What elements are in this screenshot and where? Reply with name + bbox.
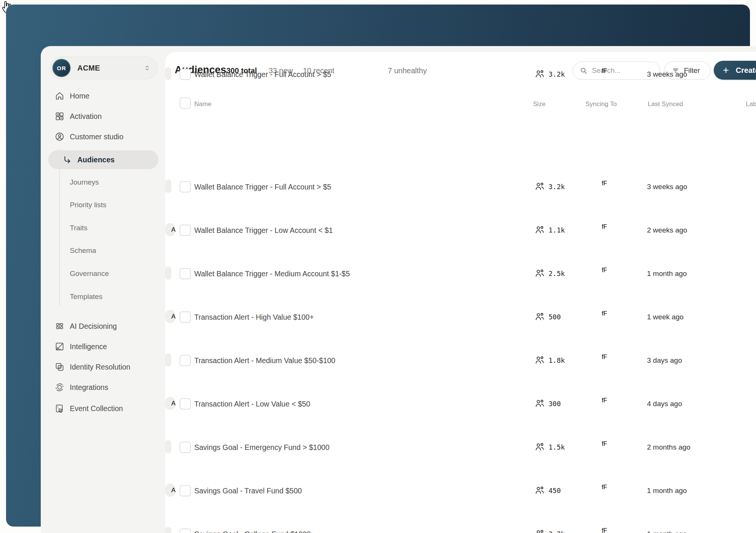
row-checkbox[interactable] <box>180 485 191 496</box>
app-root: OR ACME Home Activation Customer studio … <box>0 0 756 533</box>
audience-name[interactable]: Wallet Balance Trigger - Full Account > … <box>194 70 331 79</box>
audience-name[interactable]: Transaction Alert - Medium Value $50-$10… <box>194 356 335 365</box>
f-logo-icon: F <box>603 354 607 360</box>
last-synced: 3 days ago <box>647 356 682 365</box>
sidebar-item-event-collection[interactable]: Event Collection <box>41 398 165 419</box>
table-row[interactable]: Wallet Balance Trigger - Medium Account … <box>165 251 756 295</box>
sidebar-item-templates[interactable]: Templates <box>41 288 165 305</box>
audience-size: 3.2k <box>549 183 565 191</box>
row-checkbox[interactable] <box>180 181 191 193</box>
arrow-branch-icon <box>63 155 72 164</box>
label-badge <box>165 180 171 193</box>
syncing-icons: f F salesforce <box>602 180 607 187</box>
last-synced: 1 week ago <box>647 313 684 321</box>
f-logo-icon: F <box>603 223 607 230</box>
f-logo-icon: F <box>603 180 607 187</box>
table-row[interactable]: Wallet Balance Trigger - Full Account > … <box>165 165 756 208</box>
select-all-checkbox[interactable] <box>180 97 191 109</box>
sidebar-item-governance[interactable]: Governance <box>41 265 165 282</box>
col-last-synced: Last Synced <box>648 100 683 108</box>
col-name: Name <box>194 100 211 108</box>
audience-size: 500 <box>549 313 561 321</box>
f-logo-icon: F <box>603 68 607 74</box>
audience-size: 2.5k <box>549 270 565 277</box>
row-checkbox[interactable] <box>180 528 191 533</box>
f-logo-icon: F <box>603 397 607 404</box>
audience-name[interactable]: Savings Goal - Travel Fund $500 <box>194 487 302 495</box>
sidebar-item-traits[interactable]: Traits <box>41 220 165 236</box>
table-row[interactable]: Savings Goal - College Fund $1000 3.2k f… <box>165 512 756 533</box>
audience-name[interactable]: Transaction Alert - High Value $100+ <box>194 313 314 322</box>
col-labels: Labels <box>746 100 756 108</box>
audience-size: 1.8k <box>549 356 565 364</box>
audience-name[interactable]: Wallet Balance Trigger - Low Account < $… <box>194 226 333 235</box>
f-logo-icon: F <box>603 267 607 274</box>
sidebar-item-ai-decisioning[interactable]: AI Decisioning <box>41 316 165 336</box>
syncing-icons: f F salesforce <box>602 267 607 274</box>
table-row[interactable]: Savings Goal - Travel Fund $500 450 f F … <box>165 468 756 512</box>
audience-name[interactable]: Savings Goal - Emergency Fund > $1000 <box>194 443 329 452</box>
last-synced: 3 weeks ago <box>647 183 687 191</box>
table-row[interactable]: Transaction Alert - Low Value < $50 300 … <box>165 382 756 425</box>
sidebar-item-identity-resolution[interactable]: Identity Resolution <box>41 357 165 377</box>
audience-size: 1.5k <box>549 443 565 451</box>
row-checkbox[interactable] <box>180 311 191 323</box>
users-icon <box>535 181 545 192</box>
sidebar-item-activation[interactable]: Activation <box>41 106 165 126</box>
syncing-icons: f F salesforce <box>602 441 607 447</box>
f-logo-icon: F <box>603 441 607 447</box>
chevron-updown-icon <box>143 64 151 72</box>
row-checkbox[interactable] <box>180 442 191 453</box>
audience-name[interactable]: Savings Goal - College Fund $1000 <box>194 530 311 533</box>
col-size: Size <box>533 100 545 108</box>
table-row[interactable]: Savings Goal - Emergency Fund > $1000 1.… <box>165 425 756 468</box>
table-row[interactable]: Transaction Alert - Medium Value $50-$10… <box>165 338 756 382</box>
last-synced: 1 month ago <box>647 270 687 278</box>
customer-studio-icon <box>55 132 65 142</box>
label-badge <box>165 266 171 280</box>
syncing-icons: f F salesforce <box>602 484 607 491</box>
sidebar-item-schema[interactable]: Schema <box>41 242 165 259</box>
sidebar-item-integrations[interactable]: Integrations <box>41 377 165 397</box>
sidebar-item-home[interactable]: Home <box>41 86 165 106</box>
audience-size: 3.2k <box>549 530 565 533</box>
users-icon <box>535 355 545 365</box>
label-badge <box>165 527 171 533</box>
last-synced: 3 weeks ago <box>647 70 687 79</box>
sidebar-item-intelligence[interactable]: Intelligence <box>41 336 165 357</box>
label-badge <box>165 440 171 453</box>
org-name: ACME <box>77 64 143 72</box>
sidebar-item-journeys[interactable]: Journeys <box>41 174 165 191</box>
last-synced: 1 month ago <box>647 487 687 495</box>
label-badge <box>165 353 171 367</box>
sidebar-item-priority-lists[interactable]: Priority lists <box>41 197 165 213</box>
users-icon <box>535 528 545 533</box>
last-synced: 4 days ago <box>647 400 682 408</box>
users-icon <box>535 69 545 79</box>
atom-icon <box>55 321 65 331</box>
table-row[interactable]: Wallet Balance Trigger - Full Account > … <box>165 52 756 96</box>
row-checkbox[interactable] <box>180 268 191 279</box>
syncing-icons: f F salesforce <box>602 397 607 404</box>
label-badge: A <box>165 484 175 497</box>
users-icon <box>535 398 545 409</box>
audience-name[interactable]: Transaction Alert - Low Value < $50 <box>194 400 310 408</box>
users-icon <box>535 442 545 452</box>
sidebar: OR ACME Home Activation Customer studio … <box>41 46 165 533</box>
row-checkbox[interactable] <box>180 69 191 80</box>
sidebar-item-customer-studio[interactable]: Customer studio <box>41 126 165 147</box>
org-switcher[interactable]: OR ACME <box>50 57 157 79</box>
sidebar-item-audiences[interactable]: Audiences <box>48 150 158 169</box>
row-checkbox[interactable] <box>180 225 191 236</box>
row-checkbox[interactable] <box>180 355 191 366</box>
row-checkbox[interactable] <box>180 398 191 410</box>
chart-hatch-icon <box>55 342 65 351</box>
f-logo-icon: F <box>603 527 607 533</box>
col-syncing-to: Syncing To <box>585 100 617 108</box>
table-row[interactable]: Transaction Alert - High Value $100+ 500… <box>165 295 756 338</box>
table-row[interactable]: Wallet Balance Trigger - Low Account < $… <box>165 208 756 251</box>
activation-icon <box>55 111 65 121</box>
syncing-icons: f F salesforce <box>602 354 607 360</box>
audience-name[interactable]: Wallet Balance Trigger - Full Account > … <box>194 183 331 191</box>
audience-name[interactable]: Wallet Balance Trigger - Medium Account … <box>194 270 350 278</box>
